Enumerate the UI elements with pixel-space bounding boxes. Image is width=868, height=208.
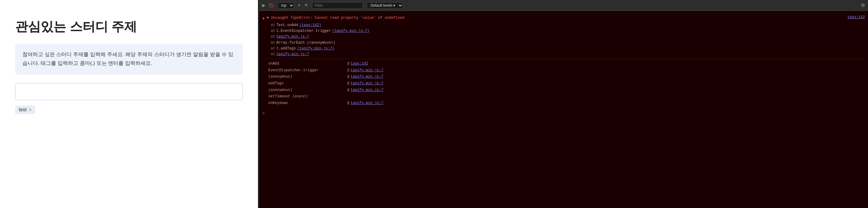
trace-file-addTags[interactable]: tagify.min.js:7 [350, 80, 383, 87]
trace-file-onKeydown[interactable]: tagify.min.js:7 [350, 100, 383, 107]
console-prompt: > [259, 109, 868, 117]
stack-line-1: at Text.onAdd (tags:142) [271, 23, 865, 28]
devtools-content: ● ▼ Uncaught TypeError: Cannot read prop… [259, 11, 868, 208]
source-select[interactable]: top [277, 2, 294, 9]
error-block: ● ▼ Uncaught TypeError: Cannot read prop… [259, 13, 868, 108]
tag-input[interactable] [20, 89, 238, 95]
stack-line-2: at t.EventDispatcher.trigger (tagify.min… [271, 28, 865, 34]
left-panel: 관심있는 스터디 주제 참여하고 싶은 스터디 주제를 입력해 주세요. 해당 … [0, 0, 258, 208]
trace-fn-anonymous1: (anonymous) [268, 74, 347, 80]
stack-line-5: at t.addTags (tagify.min.js:7) [271, 46, 865, 51]
stack-loc-5[interactable]: (tagify.min.js:7) [297, 46, 334, 51]
block-icon[interactable]: 🚫 [269, 3, 274, 8]
page-title: 관심있는 스터디 주제 [15, 18, 243, 35]
stack-line-6: at tagify.min.js:7 [271, 51, 865, 57]
stack-loc-2[interactable]: (tagify.min.js:7) [332, 28, 369, 34]
error-icon: ● [262, 16, 265, 21]
eye-icon[interactable]: 👁 [304, 3, 308, 8]
trace-row-eventdispatcher: EventDispatcher.trigger @ tagify.min.js:… [265, 67, 862, 74]
trace-row-onKeydown: onKeydown @ tagify.min.js:7 [265, 100, 862, 107]
stack-loc-1[interactable]: (tags:142) [299, 23, 321, 28]
console-chevron-icon[interactable]: > [262, 111, 265, 115]
error-location-link[interactable]: tags:142 [847, 15, 865, 20]
description-box: 참여하고 싶은 스터디 주제를 입력해 주세요. 해당 주제의 스터디가 생기면… [15, 44, 243, 75]
trace-row-anonymous1: (anonymous) @ tagify.min.js:7 [265, 74, 862, 80]
trace-fn-onAdd: onAdd [268, 61, 347, 67]
separator-1 [262, 59, 865, 59]
settings-icon[interactable]: ⚙ [861, 2, 865, 8]
trace-file-anonymous2[interactable]: tagify.min.js:7 [350, 87, 383, 94]
trace-fn-anonymous2: (anonymous) [268, 87, 347, 94]
stack-trace-inline: at Text.onAdd (tags:142) at t.EventDispa… [262, 22, 865, 58]
trace-row-onAdd: onAdd @ tags:142 [265, 61, 862, 67]
trace-file-onAdd[interactable]: tags:142 [350, 61, 368, 67]
trace-fn-addTags: addTags [268, 80, 347, 87]
default-levels-select[interactable]: Default levels ▾ [367, 2, 403, 9]
error-title-text: ▼ Uncaught TypeError: Cannot read proper… [267, 15, 845, 21]
tag-label: test [19, 107, 27, 112]
tag-item: test × [15, 106, 35, 114]
trace-fn-eventdispatcher: EventDispatcher.trigger [268, 67, 347, 74]
trace-row-anonymous2: (anonymous) @ tagify.min.js:7 [265, 87, 862, 94]
trace-file-anonymous1[interactable]: tagify.min.js:7 [350, 74, 383, 80]
play-icon[interactable]: ▶ [262, 3, 265, 8]
filter-input[interactable] [312, 2, 363, 9]
devtools-toolbar: ▶ 🚫 top ▼ 👁 Default levels ▾ ⚙ [259, 0, 868, 11]
tags-container: test × [15, 106, 243, 114]
devtools-panel: ▶ 🚫 top ▼ 👁 Default levels ▾ ⚙ ● ▼ Uncau… [259, 0, 868, 208]
stack-line-4: at Array.forEach (<anonymous>) [271, 40, 865, 46]
error-header: ● ▼ Uncaught TypeError: Cannot read prop… [262, 15, 865, 21]
tag-input-wrapper[interactable] [15, 83, 243, 100]
stack-line-3: at tagify.min.js:7 [271, 34, 865, 40]
stack-loc-3[interactable]: tagify.min.js:7 [276, 34, 309, 40]
tag-remove-button[interactable]: × [29, 107, 32, 112]
trace-file-eventdispatcher[interactable]: tagify.min.js:7 [350, 67, 383, 74]
dropdown-icon[interactable]: ▼ [298, 4, 301, 7]
trace-row-setTimeout: setTimeout (async) [265, 93, 862, 100]
trace-table: onAdd @ tags:142 EventDispatcher.trigger… [265, 61, 862, 106]
trace-row-addTags: addTags @ tagify.min.js:7 [265, 80, 862, 87]
description-text: 참여하고 싶은 스터디 주제를 입력해 주세요. 해당 주제의 스터디가 생기면… [23, 51, 234, 66]
stack-loc-6[interactable]: tagify.min.js:7 [276, 51, 309, 57]
trace-fn-setTimeout: setTimeout (async) [268, 93, 347, 100]
trace-fn-onKeydown: onKeydown [268, 100, 347, 107]
